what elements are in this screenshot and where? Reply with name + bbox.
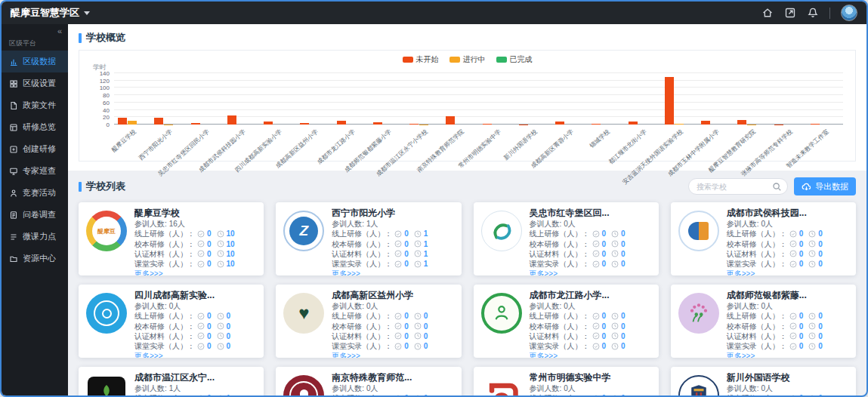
participants-value: 0人: [564, 219, 576, 229]
sidebar-item-label: 专家巡查: [23, 165, 56, 177]
stat-row: 课堂实录（人）：00: [530, 259, 651, 269]
stat-pending: 0: [818, 311, 823, 321]
sidebar-item-9[interactable]: 微课力点: [2, 226, 68, 248]
sidebar-item-7[interactable]: 竞赛活动: [2, 182, 68, 204]
stat-done: 0: [602, 229, 607, 239]
check-circle-icon: [197, 230, 205, 238]
sidebar-item-label: 微课力点: [23, 231, 56, 242]
sidebar-item-2[interactable]: 区级设置: [2, 72, 68, 94]
school-logo: [678, 208, 719, 254]
sidebar-item-8[interactable]: 问卷调查: [2, 204, 68, 226]
stat-done: 0: [207, 311, 212, 321]
more-link[interactable]: 更多>>>: [727, 351, 848, 358]
home-icon[interactable]: [761, 7, 774, 19]
check-circle-icon: [592, 322, 600, 330]
legend-item[interactable]: 已完成: [496, 54, 533, 65]
stat-done: 0: [602, 331, 607, 341]
sidebar-item-3[interactable]: 政策文件: [2, 94, 68, 116]
more-link[interactable]: 更多>>>: [727, 269, 848, 275]
y-tick-label: 80: [103, 92, 110, 99]
school-card: Z西宁市阳光小学参训人数:1人线上研修（人）：01校本研修（人）：01认证材料（…: [276, 202, 461, 275]
check-circle-icon: [394, 343, 402, 350]
more-link[interactable]: 更多>>>: [134, 269, 256, 275]
legend-item[interactable]: 未开始: [403, 54, 439, 65]
stat-done: 0: [799, 341, 804, 351]
app-title: 醍摩豆智慧学区: [11, 6, 79, 20]
sidebar-item-4[interactable]: 研修总览: [2, 116, 68, 138]
bar-group: [588, 73, 624, 125]
stat-pending: 1: [424, 239, 428, 249]
stat-done: 0: [404, 322, 409, 331]
more-link[interactable]: 更多>>>: [530, 351, 651, 358]
sidebar-item-10[interactable]: 资源中心: [2, 248, 68, 269]
bell-icon[interactable]: [807, 7, 819, 19]
stat-done: 0: [799, 331, 804, 341]
sidebar-item-1[interactable]: 区级数据: [2, 51, 68, 72]
check-circle-icon: [592, 240, 600, 248]
sidebar-item-label: 政策文件: [23, 100, 56, 111]
check-circle-icon: [394, 322, 402, 330]
sidebar-item-5[interactable]: 创建研修: [2, 138, 68, 160]
clock-circle-icon: [808, 230, 816, 238]
stat-row: 认证材料（人）：00: [727, 331, 848, 341]
user-avatar[interactable]: [841, 5, 857, 21]
clock-circle-icon: [808, 240, 816, 248]
stat-pending: 0: [621, 331, 626, 341]
legend-item[interactable]: 进行中: [449, 54, 486, 65]
export-data-button[interactable]: 导出数据: [794, 177, 856, 195]
sidebar-item-label: 区级设置: [23, 78, 56, 89]
sidebar-item-6[interactable]: 专家巡查: [2, 160, 68, 182]
stat-done: 0: [207, 259, 212, 269]
stat-row: 线上研修（人）：00: [332, 393, 453, 395]
check-circle-icon: [592, 230, 600, 238]
clock-circle-icon: [611, 343, 619, 350]
stat-row: 校本研修（人）：00: [530, 239, 651, 249]
clock-circle-icon: [611, 395, 619, 395]
sidebar-collapse-icon[interactable]: «: [2, 24, 68, 35]
clock-circle-icon: [611, 312, 619, 320]
stat-pending: 10: [227, 259, 235, 269]
x-axis-labels: 醍摩豆学校西宁市阳光小学吴忠市红寺堡区回民小学成都市武侯科技园小学四川成都高新实…: [114, 125, 843, 158]
legend-swatch: [449, 57, 460, 63]
stat-row: 线上研修（人）：01: [332, 229, 453, 239]
stat-row: 认证材料（人）：00: [530, 249, 651, 259]
stat-pending: 1: [227, 393, 231, 395]
stat-pending: 0: [818, 239, 823, 249]
clock-circle-icon: [611, 240, 619, 248]
school-name: 四川成都高新实验...: [134, 291, 256, 300]
school-card: 成都师范银都紫藤...参训人数:0人线上研修（人）：00校本研修（人）：00认证…: [671, 285, 856, 358]
clock-circle-icon: [414, 343, 422, 350]
clock-circle-icon: [808, 250, 816, 257]
app-window: 醍摩豆智慧学区 « 区级平台 区级数据区级设置政策文件研修总览创建研修专家巡查竞…: [0, 0, 868, 397]
district-switcher[interactable]: 醍摩豆智慧学区: [11, 6, 90, 20]
check-circle-icon: [592, 260, 600, 268]
school-name: 成都市温江区永宁...: [134, 373, 256, 383]
stat-pending: 1: [424, 259, 428, 269]
school-logo: 醍摩豆: [86, 208, 127, 254]
more-link[interactable]: 更多>>>: [530, 269, 651, 275]
stat-pending: 0: [621, 239, 626, 249]
search-icon[interactable]: [772, 181, 782, 191]
overview-icon: [9, 123, 18, 132]
school-logo: [481, 373, 522, 395]
create-icon: [9, 145, 18, 154]
clock-circle-icon: [414, 240, 422, 248]
more-link[interactable]: 更多>>>: [332, 269, 453, 275]
school-overview-section: 学校概览 未开始进行中已完成 学时 醍摩豆学校西宁市阳光小学吴忠市红寺堡区回民小…: [68, 24, 866, 171]
more-link[interactable]: 更多>>>: [332, 351, 453, 358]
school-card: 醍摩豆醍摩豆学校参训人数:16人线上研修（人）：010校本研修（人）：010认证…: [79, 202, 264, 275]
more-link[interactable]: 更多>>>: [134, 351, 256, 358]
external-link-icon[interactable]: [784, 7, 796, 19]
school-card: 常州市明德实验中学参训人数:0人线上研修（人）：00校本研修（人）：00认证材料…: [474, 367, 659, 395]
check-circle-icon: [789, 395, 797, 395]
survey-icon: [9, 211, 18, 220]
clock-circle-icon: [808, 312, 816, 320]
school-card: 成都市武侯科技园...参训人数:0人线上研修（人）：00校本研修（人）：00认证…: [671, 202, 856, 275]
check-circle-icon: [394, 332, 402, 340]
y-tick-label: 0: [107, 122, 110, 128]
stat-done: 0: [602, 239, 607, 249]
check-circle-icon: [789, 322, 797, 330]
section-accent-bar: [79, 182, 82, 192]
school-name: 成都市龙江路小学...: [530, 291, 651, 300]
stat-row: 认证材料（人）：010: [134, 249, 256, 259]
